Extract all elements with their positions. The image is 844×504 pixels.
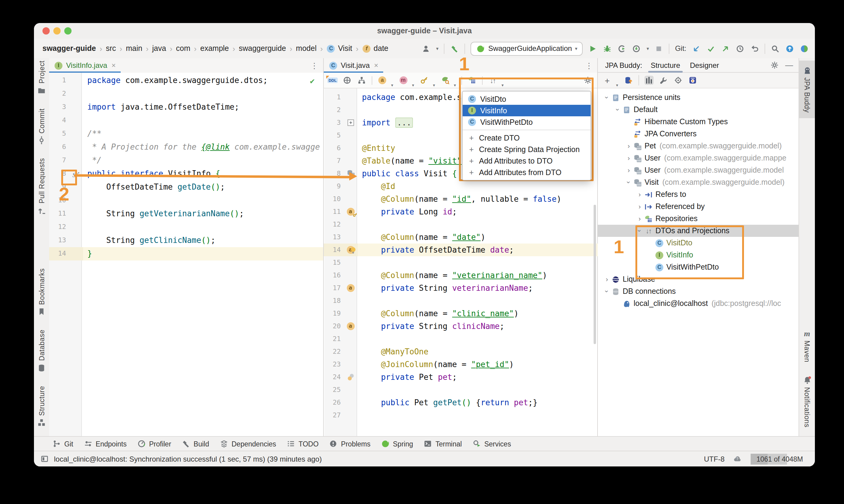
settings-wrench-icon[interactable] <box>659 76 668 85</box>
intention-bulb-icon[interactable] <box>349 245 357 253</box>
search-everywhere-button[interactable] <box>771 44 780 53</box>
toolwindow-button-dependencies[interactable]: Dependencies <box>220 439 276 448</box>
panel-minimize-icon[interactable]: — <box>785 60 793 70</box>
tool-stripe-project[interactable]: Project <box>37 60 46 95</box>
toolwindow-button-spring[interactable]: Spring <box>381 439 413 448</box>
editor-visitinfo[interactable]: ✔ 1package com.example.swaggerguide.dtos… <box>49 73 323 436</box>
breadcrumb-item-swagger-guide[interactable]: swagger-guide <box>42 44 96 53</box>
popup-action-add-attributes-to-dto[interactable]: +Add Attributes to DTO <box>463 155 590 167</box>
method-icon[interactable]: m <box>399 76 408 85</box>
code-line-15[interactable]: 15 <box>324 256 598 269</box>
code-line-7[interactable]: 7 */ <box>49 154 323 167</box>
tree-chevron-icon[interactable]: › <box>624 155 633 162</box>
run-with-coverage-button[interactable] <box>632 44 641 53</box>
code-line-16[interactable]: 16 @Column(name = "veterinarian_name") <box>324 269 598 282</box>
tree-item-repositories[interactable]: ›Repositories <box>598 213 799 225</box>
panel-settings-gear-icon[interactable] <box>770 60 779 70</box>
user-avatar-icon[interactable] <box>421 44 430 53</box>
popup-action-add-attributes-from-dto[interactable]: +Add Attributes from DTO <box>463 167 590 178</box>
code-line-9[interactable]: 9 OffsetDateTime getDate(); <box>49 181 323 194</box>
toolwindow-button-services[interactable]: Services <box>472 439 511 448</box>
db-update-icon[interactable] <box>624 76 633 85</box>
popup-action-create-spring-data-projection[interactable]: +Create Spring Data Projection <box>463 144 590 155</box>
gutter-cell[interactable]: a <box>343 205 358 218</box>
tree-chevron-icon[interactable]: › <box>635 203 644 210</box>
code-line-21[interactable]: 21 <box>324 332 598 345</box>
rollback-button[interactable] <box>750 44 759 53</box>
breadcrumb-item-model[interactable]: model <box>296 44 316 53</box>
profile-button[interactable] <box>618 44 627 53</box>
toolwindow-button-build[interactable]: Build <box>182 439 209 448</box>
breadcrumb-item-main[interactable]: main <box>126 44 142 53</box>
code-line-2[interactable]: 2 <box>49 87 323 101</box>
tree-item-refers-to[interactable]: ›Refers to <box>598 188 799 200</box>
code-line-19[interactable]: 19 @Column(name = "clinic_name") <box>324 307 598 320</box>
breadcrumb-item-date[interactable]: fdate <box>362 44 389 53</box>
toolwindow-button-git[interactable]: Git <box>52 439 73 448</box>
tree-item-hibernate-custom-types[interactable]: Hibernate Custom Types <box>598 116 799 128</box>
tool-stripe-maven[interactable]: mMaven <box>803 329 812 362</box>
attribute-icon[interactable]: a <box>378 76 387 85</box>
tree-item-db-connections[interactable]: ›DB connections <box>598 285 799 298</box>
gutter-cell[interactable]: a <box>343 320 358 332</box>
popup-item-visitinfo[interactable]: IVisitInfo <box>463 105 590 116</box>
tab-visit-java[interactable]: C Visit.java × <box>324 58 383 73</box>
code-line-22[interactable]: 22 @ManyToOne <box>324 345 598 358</box>
code-line-1[interactable]: 1package com.example.swaggerguide.dtos; <box>49 74 323 87</box>
tree-item-default[interactable]: ›Default <box>598 104 799 116</box>
structure-view-icon[interactable] <box>644 76 653 85</box>
close-tab-icon[interactable]: × <box>111 61 116 70</box>
code-line-6[interactable]: 6 * A Projection for the {@link com.exam… <box>49 141 323 154</box>
tree-item-referenced-by[interactable]: ›Referenced by <box>598 200 799 213</box>
code-line-25[interactable]: 25 <box>324 383 598 396</box>
panel-tab-structure[interactable]: Structure <box>651 58 680 72</box>
tree-chevron-icon[interactable]: › <box>624 167 633 174</box>
code-line-10[interactable]: 10 @Column(name = "id", nullable = false… <box>324 193 598 205</box>
toolwindow-button-terminal[interactable]: Terminal <box>424 439 462 448</box>
code-line-18[interactable]: 18 <box>324 294 598 307</box>
code-line-12[interactable]: 12 <box>49 220 323 234</box>
toolwindow-button-endpoints[interactable]: Endpoints <box>83 439 126 448</box>
memory-indicator[interactable]: 1061 of 4048M <box>751 453 809 464</box>
code-line-14[interactable]: 14a private OffsetDateTime date; <box>324 244 598 256</box>
tree-item-local-clinic-localhost[interactable]: local_clinic@localhost(jdbc:postgresql:/… <box>598 298 799 309</box>
tree-item-user[interactable]: ›User(com.example.swaggerguide.mappe <box>598 152 799 164</box>
update-ide-button[interactable] <box>785 44 794 53</box>
id-key-icon[interactable] <box>419 76 429 85</box>
history-button[interactable] <box>736 44 744 53</box>
tree-item-persistence-units[interactable]: ›Persistence units <box>598 91 799 104</box>
git-commit-button[interactable] <box>706 44 716 53</box>
tool-stripe-pull-requests[interactable]: Pull Requests <box>37 158 46 215</box>
breadcrumb-item-swaggerguide[interactable]: swaggerguide <box>239 44 286 53</box>
code-line-26[interactable]: 26 public Pet getPet() {return pet;} <box>324 396 598 409</box>
hierarchy-icon[interactable] <box>357 76 366 85</box>
popup-item-visitdto[interactable]: CVisitDto <box>463 93 590 105</box>
code-line-20[interactable]: 20a private String clinicName; <box>324 320 598 332</box>
code-line-11[interactable]: 11 String getVeterinarianName(); <box>49 207 323 220</box>
code-line-14[interactable]: 14} <box>49 247 323 260</box>
git-update-button[interactable] <box>692 44 701 53</box>
code-line-13[interactable]: 13 String getClinicName(); <box>49 234 323 247</box>
visual-designer-icon[interactable] <box>343 76 352 85</box>
gutter-cell[interactable] <box>343 371 358 383</box>
breadcrumb-item-src[interactable]: src <box>106 44 116 53</box>
run-configuration-select[interactable]: SwaggerGuideApplication ▾ <box>470 41 583 55</box>
add-icon[interactable]: + <box>603 76 612 85</box>
breadcrumb-item-example[interactable]: example <box>201 44 229 53</box>
tool-stripe-jpa-buddy[interactable]: JPA Buddy <box>799 60 815 118</box>
tree-item-pet[interactable]: ›Pet(com.example.swaggerguide.model) <box>598 140 799 152</box>
spring-query-icon[interactable] <box>441 76 450 85</box>
toolwindow-button-problems[interactable]: Problems <box>329 439 371 448</box>
panel-tab-designer[interactable]: Designer <box>690 58 719 72</box>
gutter-cell[interactable] <box>343 116 358 129</box>
breadcrumb-item-java[interactable]: java <box>152 44 166 53</box>
code-line-5[interactable]: 5/** <box>49 127 323 141</box>
debug-button[interactable] <box>603 44 612 53</box>
code-line-4[interactable]: 4 <box>49 114 323 127</box>
tool-stripe-notifications[interactable]: Notifications <box>803 376 812 427</box>
code-line-17[interactable]: 17a private String veterinarianName; <box>324 282 598 294</box>
build-project-button[interactable] <box>450 44 459 53</box>
run-button[interactable] <box>588 44 598 53</box>
close-tab-icon[interactable]: × <box>374 61 378 70</box>
breadcrumb-item-visit[interactable]: CVisit <box>327 44 352 53</box>
